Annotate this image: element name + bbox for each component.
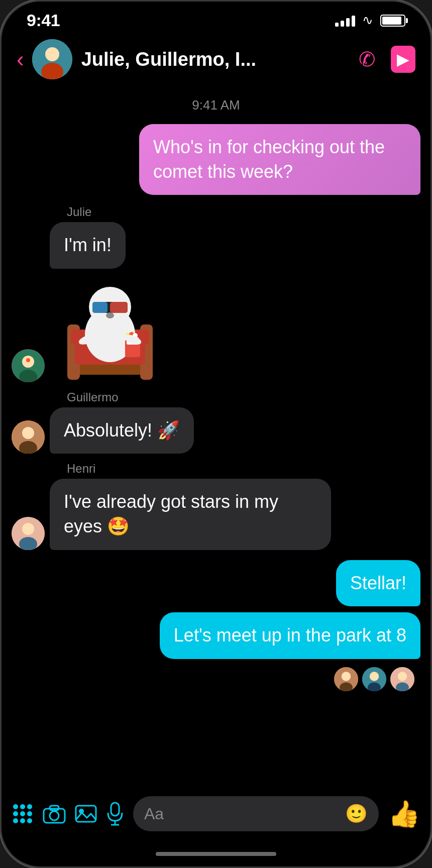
svg-point-26 (22, 427, 34, 439)
svg-point-40 (13, 804, 18, 809)
video-button[interactable]: ▶ (391, 46, 415, 73)
user-avatar-henri (12, 517, 45, 550)
text-input[interactable]: Aa 🙂 (133, 796, 379, 831)
svg-rect-54 (111, 803, 119, 816)
mic-button[interactable] (106, 802, 124, 826)
header-actions: ✆ ▶ (359, 46, 415, 73)
svg-point-6 (26, 358, 30, 362)
svg-point-39 (396, 682, 409, 692)
user-avatar-julie (12, 349, 45, 382)
home-bar (156, 852, 276, 856)
input-bar: Aa 🙂 👍 (2, 788, 430, 841)
reaction-avatar-1 (333, 666, 359, 692)
group-avatar (32, 39, 72, 79)
message-row: Who's in for checking out the comet this… (12, 124, 420, 195)
reaction-avatar-2 (361, 666, 387, 692)
camera-button[interactable] (43, 804, 66, 824)
home-indicator (2, 841, 430, 866)
emoji-button[interactable]: 🙂 (345, 803, 368, 824)
avatar (12, 517, 45, 550)
sender-name: Julie (67, 205, 91, 219)
svg-point-44 (20, 811, 25, 816)
back-button[interactable]: ‹ (17, 48, 24, 70)
notch (146, 2, 286, 21)
message-row: Stellar! (12, 560, 420, 607)
svg-point-32 (342, 672, 351, 681)
svg-rect-15 (92, 302, 107, 313)
header: ‹ Julie, Guillermo, I... ✆ ▶ (2, 34, 430, 87)
svg-point-50 (50, 811, 59, 820)
user-avatar-guillermo (12, 420, 45, 454)
svg-point-47 (20, 818, 25, 823)
thumbsup-button[interactable]: 👍 (388, 799, 420, 829)
avatar (12, 349, 45, 382)
avatar (12, 420, 45, 454)
svg-point-36 (368, 682, 381, 692)
svg-point-35 (370, 672, 379, 681)
svg-point-1 (45, 47, 59, 61)
phone-screen: 9:41 ∿ ‹ (2, 2, 430, 866)
message-bubble: Stellar! (336, 560, 420, 607)
phone-button[interactable]: ✆ (359, 48, 376, 71)
battery-icon (380, 15, 405, 27)
yeti-sticker (60, 274, 160, 380)
wifi-icon: ∿ (362, 13, 373, 28)
status-icons: ∿ (335, 13, 405, 28)
sticker (55, 272, 165, 382)
message-timestamp: 9:41 AM (12, 97, 420, 113)
svg-point-42 (27, 804, 32, 809)
message-bubble: Let's meet up in the park at 8 (160, 612, 420, 659)
svg-point-33 (340, 682, 353, 692)
svg-point-29 (22, 523, 34, 535)
message-row: Julie I'm in! (12, 205, 420, 269)
group-name: Julie, Guillermo, I... (81, 49, 359, 70)
signal-bars-icon (335, 15, 355, 27)
apps-button[interactable] (12, 803, 34, 825)
svg-rect-52 (76, 806, 96, 822)
reactions-row (12, 666, 415, 692)
reaction-avatar-3 (389, 666, 415, 692)
phone-frame: 9:41 ∿ ‹ (0, 0, 432, 868)
message-row: Let's meet up in the park at 8 (12, 612, 420, 659)
svg-point-48 (27, 818, 32, 823)
message-row: Guillermo Absolutely! 🚀 (12, 390, 420, 454)
avatar-image (32, 39, 72, 79)
message-row (12, 272, 420, 382)
svg-rect-16 (110, 302, 128, 313)
sender-name: Henri (67, 462, 95, 476)
svg-point-17 (106, 312, 114, 318)
svg-point-46 (13, 818, 18, 823)
message-row: Henri I've already got stars in my eyes … (12, 462, 420, 550)
message-bubble: I'm in! (50, 222, 126, 269)
message-bubble: Absolutely! 🚀 (50, 407, 194, 454)
messages-area: 9:41 AM Who's in for checking out the co… (2, 87, 430, 788)
image-button[interactable] (75, 803, 97, 825)
svg-point-45 (27, 811, 32, 816)
status-time: 9:41 (27, 11, 60, 30)
input-placeholder: Aa (144, 805, 340, 823)
message-bubble: I've already got stars in my eyes 🤩 (50, 479, 331, 550)
svg-point-43 (13, 811, 18, 816)
sender-name: Guillermo (67, 390, 119, 404)
message-bubble: Who's in for checking out the comet this… (139, 124, 420, 195)
svg-point-38 (398, 672, 407, 681)
svg-point-41 (20, 804, 25, 809)
